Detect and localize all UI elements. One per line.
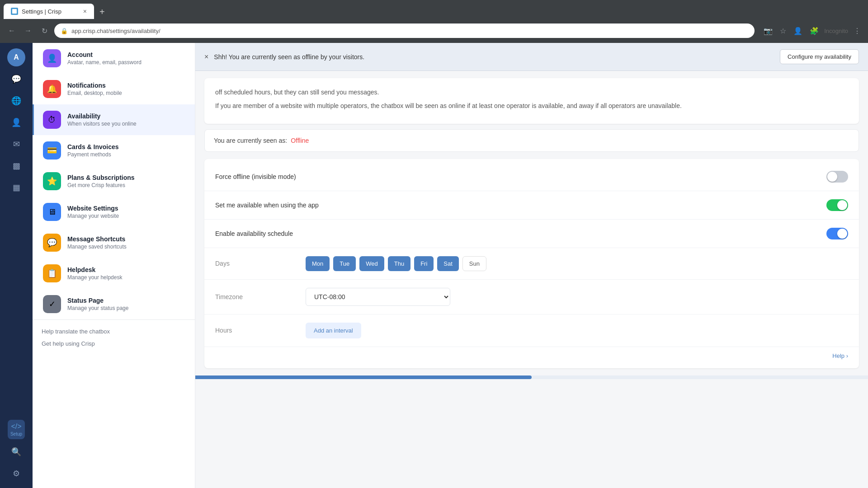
rail-analytics-icon[interactable]: ▩ <box>7 157 25 175</box>
enable-schedule-toggle[interactable] <box>826 228 848 239</box>
sidebar-item-helpdesk[interactable]: 📋 Helpdesk Manage your helpdesk <box>33 258 195 289</box>
availability-text: Availability When visitors see you onlin… <box>67 113 137 127</box>
info-text-2: If you are member of a website with mult… <box>215 101 848 111</box>
rail-search-icon[interactable]: 🔍 <box>7 443 25 461</box>
helpdesk-icon: 📋 <box>43 264 61 282</box>
plans-icon: ⭐ <box>43 172 61 190</box>
day-thu[interactable]: Thu <box>388 256 410 271</box>
message-shortcuts-text: Message Shortcuts Manage saved shortcuts <box>67 235 127 250</box>
setup-icon: </> <box>11 422 21 431</box>
add-interval-button[interactable]: Add an interval <box>306 323 361 338</box>
banner-message: Shh! You are currently seen as offline b… <box>214 53 774 61</box>
new-tab-button[interactable]: + <box>96 5 108 19</box>
cards-invoices-title: Cards & Invoices <box>67 143 119 150</box>
incognito-label: Incognito <box>824 28 848 34</box>
icon-rail: A 💬 🌐 👤 ✉ ▩ ▦ </> Setup 🔍 ⚙ <box>0 43 33 488</box>
enable-schedule-row: Enable availability schedule <box>204 220 859 248</box>
help-link[interactable]: Get help using Crisp <box>42 338 186 350</box>
force-offline-toggle[interactable] <box>826 171 848 183</box>
account-title: Account <box>67 51 142 58</box>
extension-icon[interactable]: 🧩 <box>808 25 821 37</box>
sidebar-item-account[interactable]: 👤 Account Avatar, name, email, password <box>33 43 195 74</box>
timezone-select[interactable]: UTC-08:00 <box>306 288 450 306</box>
setup-label: Setup <box>10 432 22 436</box>
tab-close-btn[interactable]: × <box>83 8 87 15</box>
message-shortcuts-title: Message Shortcuts <box>67 235 127 243</box>
days-buttons: Mon Tue Wed Thu Fri Sat Sun <box>306 256 486 271</box>
day-mon[interactable]: Mon <box>306 256 330 271</box>
set-available-row: Set me available when using the app <box>204 191 859 220</box>
menu-icon[interactable]: ⋮ <box>852 25 863 37</box>
notifications-text: Notifications Email, desktop, mobile <box>67 82 122 96</box>
plans-subtitle: Get more Crisp features <box>67 182 135 188</box>
rail-settings-icon[interactable]: ⚙ <box>7 465 25 483</box>
sidebar-item-website-settings[interactable]: 🖥 Website Settings Manage your website <box>33 197 195 227</box>
sidebar-item-cards-invoices[interactable]: 💳 Cards & Invoices Payment methods <box>33 135 195 166</box>
status-page-text: Status Page Manage your status page <box>67 297 128 311</box>
website-settings-subtitle: Manage your website <box>67 213 119 219</box>
banner-close-button[interactable]: × <box>204 53 208 61</box>
forward-button[interactable]: → <box>22 24 34 37</box>
days-section: Days Mon Tue Wed Thu Fri Sat Sun <box>204 248 859 280</box>
rail-inbox-icon[interactable]: ✉ <box>7 135 25 153</box>
message-shortcuts-subtitle: Manage saved shortcuts <box>67 244 127 250</box>
back-button[interactable]: ← <box>5 24 18 37</box>
profile-icon[interactable]: 👤 <box>792 25 804 37</box>
day-sat[interactable]: Sat <box>437 256 459 271</box>
cards-invoices-subtitle: Payment methods <box>67 151 119 158</box>
sidebar-item-message-shortcuts[interactable]: 💬 Message Shortcuts Manage saved shortcu… <box>33 227 195 258</box>
rail-chat-icon[interactable]: 💬 <box>7 70 25 88</box>
helpdesk-text: Helpdesk Manage your helpdesk <box>67 266 122 281</box>
tab-title: Settings | Crisp <box>22 8 61 15</box>
status-page-title: Status Page <box>67 297 128 304</box>
status-value: Offline <box>291 137 309 144</box>
hours-label: Hours <box>215 327 306 334</box>
timezone-section: Timezone UTC-08:00 <box>204 280 859 314</box>
camera-icon[interactable]: 📷 <box>762 25 774 37</box>
message-shortcuts-icon: 💬 <box>43 234 61 252</box>
helpdesk-title: Helpdesk <box>67 266 122 273</box>
rail-globe-icon[interactable]: 🌐 <box>7 92 25 110</box>
user-avatar[interactable]: A <box>7 48 25 66</box>
sidebar-footer: Help translate the chatbox Get help usin… <box>33 319 195 355</box>
current-status-card: You are currently seen as: Offline <box>204 129 859 152</box>
setup-badge[interactable]: </> Setup <box>8 420 25 439</box>
days-label: Days <box>215 260 306 267</box>
url-text: app.crisp.chat/settings/availability/ <box>71 28 160 34</box>
help-link[interactable]: Help › <box>832 352 848 359</box>
day-wed[interactable]: Wed <box>359 256 384 271</box>
browser-tab[interactable]: Settings | Crisp × <box>4 4 94 19</box>
force-offline-label: Force offline (invisible mode) <box>215 173 296 180</box>
hours-section: Hours Add an interval <box>204 314 859 347</box>
rail-plugins-icon[interactable]: ▦ <box>7 178 25 197</box>
availability-icon: ⏱ <box>43 111 61 129</box>
account-subtitle: Avatar, name, email, password <box>67 59 142 66</box>
day-fri[interactable]: Fri <box>414 256 434 271</box>
day-tue[interactable]: Tue <box>333 256 356 271</box>
enable-schedule-label: Enable availability schedule <box>215 230 293 237</box>
bottom-bar <box>195 375 868 379</box>
sidebar-item-availability[interactable]: ⏱ Availability When visitors see you onl… <box>33 104 195 135</box>
website-settings-icon: 🖥 <box>43 203 61 221</box>
website-settings-text: Website Settings Manage your website <box>67 205 119 219</box>
help-row: Help › <box>204 347 859 365</box>
rail-contacts-icon[interactable]: 👤 <box>7 113 25 131</box>
sidebar-item-status-page[interactable]: ✓ Status Page Manage your status page <box>33 289 195 319</box>
settings-section: Force offline (invisible mode) Set me av… <box>204 159 859 368</box>
reload-button[interactable]: ↻ <box>38 24 51 37</box>
sidebar-item-notifications[interactable]: 🔔 Notifications Email, desktop, mobile <box>33 74 195 104</box>
status-label: You are currently seen as: <box>214 137 287 144</box>
notifications-icon: 🔔 <box>43 80 61 98</box>
day-sun[interactable]: Sun <box>462 256 486 271</box>
account-icon: 👤 <box>43 49 61 67</box>
configure-availability-button[interactable]: Configure my availability <box>780 49 859 64</box>
translate-link[interactable]: Help translate the chatbox <box>42 325 186 338</box>
set-available-toggle[interactable] <box>826 199 848 211</box>
bookmark-icon[interactable]: ☆ <box>778 25 788 37</box>
address-bar[interactable]: 🔒 app.crisp.chat/settings/availability/ <box>54 23 755 38</box>
bottom-progress <box>195 375 532 379</box>
sidebar-item-plans[interactable]: ⭐ Plans & Subscriptions Get more Crisp f… <box>33 166 195 197</box>
cards-invoices-text: Cards & Invoices Payment methods <box>67 143 119 158</box>
status-page-subtitle: Manage your status page <box>67 305 128 311</box>
plans-title: Plans & Subscriptions <box>67 174 135 181</box>
